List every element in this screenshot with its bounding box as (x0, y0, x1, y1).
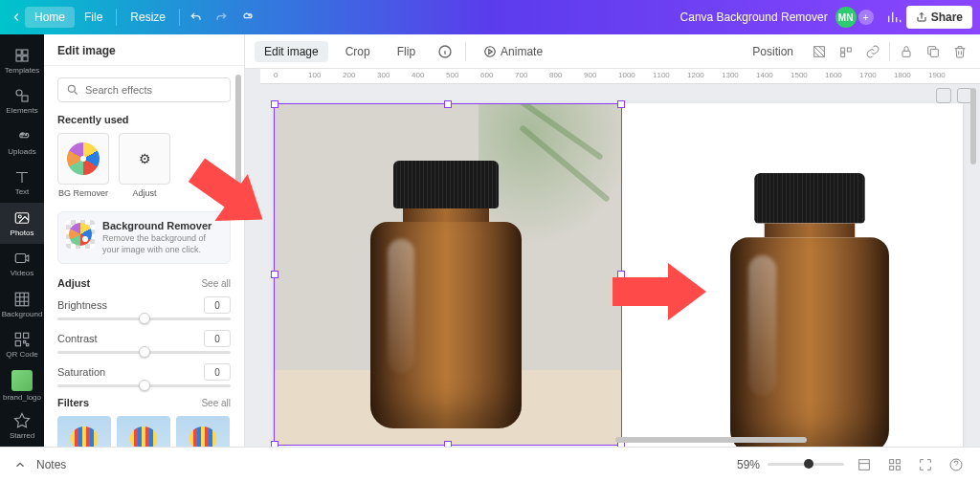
crop-button[interactable]: Crop (336, 41, 380, 62)
expand-page-icon[interactable] (936, 88, 951, 103)
svg-rect-27 (890, 466, 894, 470)
help-icon[interactable] (946, 454, 967, 475)
adjust-see-all[interactable]: See all (201, 278, 231, 289)
rail-starred[interactable]: Starred (0, 406, 44, 448)
svg-rect-22 (902, 51, 910, 56)
background-remover-card[interactable]: Background Remover Remove the background… (57, 211, 231, 264)
chevron-up-icon[interactable] (13, 458, 27, 471)
svg-rect-21 (841, 53, 845, 56)
tile-bg-remover[interactable]: BG Remover (57, 133, 109, 198)
vertical-scrollbar[interactable] (970, 84, 978, 427)
zoom-slider[interactable] (768, 463, 844, 466)
grid-view-icon[interactable] (884, 454, 905, 475)
filter-thumb[interactable] (57, 416, 111, 447)
svg-rect-13 (24, 341, 26, 343)
svg-rect-26 (896, 459, 900, 463)
canvas-area: Edit image Crop Flip Animate Position 0 … (245, 34, 980, 447)
animate-button[interactable]: Animate (474, 41, 552, 62)
fullscreen-icon[interactable] (915, 454, 936, 475)
svg-rect-10 (15, 334, 20, 339)
svg-rect-2 (16, 56, 21, 61)
rail-videos[interactable]: Videos (0, 244, 44, 285)
lock-icon[interactable] (835, 41, 857, 62)
contrast-slider[interactable]: Contrast0 (57, 330, 231, 354)
bottle-image-no-bg[interactable] (729, 173, 890, 447)
svg-rect-20 (847, 48, 851, 52)
zoom-value[interactable]: 59% (737, 458, 760, 471)
transparency-icon[interactable] (809, 41, 830, 62)
svg-point-15 (68, 85, 75, 92)
filter-thumb[interactable] (117, 416, 170, 447)
notes-button[interactable]: Notes (36, 458, 66, 471)
cloud-sync-icon[interactable] (234, 5, 258, 30)
filters-label: Filters (57, 397, 89, 408)
back-icon[interactable] (8, 9, 25, 26)
insights-icon[interactable] (881, 5, 906, 30)
rail-brand-logo[interactable]: brand_logo (0, 365, 44, 406)
bottom-bar: Notes 59% (0, 447, 980, 481)
rail-photos[interactable]: Photos (0, 203, 44, 244)
svg-rect-19 (841, 48, 845, 52)
panel-scrollbar[interactable] (235, 65, 243, 445)
rail-elements[interactable]: Elements (0, 81, 44, 122)
ruler-horizontal: 0 100 200 300 400 500 600 700 800 900 10… (260, 69, 980, 84)
share-button[interactable]: Share (906, 6, 972, 29)
svg-rect-23 (930, 49, 938, 56)
svg-rect-25 (890, 459, 894, 463)
file-button[interactable]: File (75, 7, 112, 28)
position-button[interactable]: Position (743, 41, 803, 62)
rail-templates[interactable]: Templates (0, 40, 44, 81)
canvas[interactable] (245, 84, 980, 447)
undo-icon[interactable] (184, 5, 209, 30)
bgrem-title: Background Remover (102, 220, 222, 231)
context-toolbar: Edit image Crop Flip Animate Position (245, 34, 980, 69)
svg-rect-14 (27, 344, 29, 346)
svg-rect-11 (24, 334, 29, 339)
redo-icon[interactable] (209, 5, 234, 30)
tile-adjust[interactable]: ⚙ Adjust (119, 133, 170, 198)
info-icon[interactable] (433, 39, 457, 64)
adjust-label: Adjust (57, 277, 90, 289)
separator (116, 9, 117, 26)
rail-uploads[interactable]: Uploads (0, 121, 44, 163)
link-icon[interactable] (862, 41, 883, 62)
svg-rect-5 (22, 96, 28, 101)
svg-point-17 (485, 46, 496, 56)
horizontal-scrollbar[interactable] (260, 437, 970, 445)
svg-rect-9 (15, 293, 29, 306)
avatar[interactable]: MN (835, 7, 857, 28)
lock-element-icon[interactable] (896, 41, 917, 62)
sliders-icon: ⚙ (139, 151, 151, 166)
bgrem-desc: Remove the background of your image with… (102, 233, 222, 255)
svg-rect-28 (896, 466, 900, 470)
rail-qrcode[interactable]: QR Code (0, 325, 44, 366)
resize-button[interactable]: Resize (121, 7, 175, 28)
rail-background[interactable]: Background (0, 284, 44, 325)
svg-rect-12 (15, 341, 20, 346)
home-button[interactable]: Home (25, 7, 75, 28)
flip-button[interactable]: Flip (388, 41, 425, 62)
separator (179, 9, 180, 26)
side-rail: Templates Elements Uploads Text Photos V… (0, 34, 44, 447)
filter-thumb[interactable] (176, 416, 230, 447)
svg-rect-0 (16, 50, 21, 55)
brightness-slider[interactable]: Brightness0 (57, 296, 231, 320)
search-input[interactable] (85, 84, 222, 96)
delete-icon[interactable] (949, 41, 970, 62)
search-icon (66, 83, 79, 97)
panel-title: Edit image (44, 34, 244, 66)
svg-rect-1 (23, 50, 28, 55)
svg-rect-24 (859, 459, 870, 470)
selection-box[interactable] (274, 103, 622, 446)
saturation-slider[interactable]: Saturation0 (57, 363, 231, 387)
edit-image-button[interactable]: Edit image (255, 41, 328, 62)
rail-text[interactable]: Text (0, 163, 44, 204)
fit-icon[interactable] (854, 454, 875, 475)
filters-see-all[interactable]: See all (201, 398, 231, 408)
svg-rect-3 (23, 56, 28, 61)
search-effects[interactable] (57, 77, 231, 102)
add-member-icon[interactable]: + (858, 10, 874, 25)
edit-panel: Edit image Recently used BG Remover ⚙ Ad… (44, 34, 245, 447)
document-title[interactable]: Canva Background Remover (680, 11, 828, 24)
duplicate-icon[interactable] (923, 41, 944, 62)
